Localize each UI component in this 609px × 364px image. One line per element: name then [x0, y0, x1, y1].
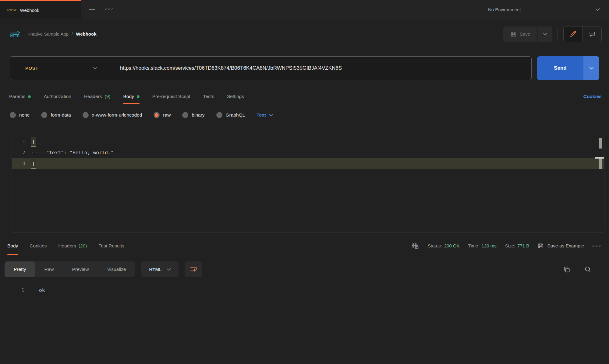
radio-icon	[83, 112, 89, 118]
send-button-group: Send	[537, 56, 599, 80]
response-content: ok	[24, 287, 45, 293]
tab-options-button[interactable]	[105, 9, 113, 10]
send-button[interactable]: Send	[537, 56, 583, 80]
save-button[interactable]: Save	[503, 26, 537, 42]
response-headers-count: (20)	[79, 243, 87, 249]
response-tab-body[interactable]: Body	[7, 234, 18, 257]
tab-actions	[81, 0, 477, 19]
body-type-raw[interactable]: raw	[154, 112, 171, 118]
view-visualize[interactable]: Visualize	[98, 261, 135, 277]
comments-button[interactable]	[582, 26, 601, 42]
scrollbar-thumb[interactable]	[599, 159, 602, 169]
breadcrumb-collection[interactable]: Knative Sample App	[27, 31, 69, 37]
request-tab-bar: POST Webhook No Environment	[0, 0, 609, 19]
response-tabs: Body Cookies Headers (20) Test Results	[7, 234, 124, 257]
edit-comment-group	[563, 26, 602, 42]
response-options-button[interactable]	[593, 245, 600, 247]
cookies-link[interactable]: Cookies	[583, 94, 602, 99]
response-line-number: 1	[0, 287, 24, 293]
add-tab-button[interactable]	[88, 6, 96, 13]
body-type-binary[interactable]: binary	[182, 112, 204, 118]
chevron-down-icon	[543, 33, 547, 35]
response-tab-cookies[interactable]: Cookies	[30, 234, 47, 257]
tab-pre-request-script[interactable]: Pre-request Script	[152, 87, 190, 106]
chevron-down-icon	[596, 8, 600, 11]
request-body-editor[interactable]: 1 { 2 ····"text": "Hello, world." 3 }	[12, 136, 604, 233]
divider	[558, 28, 558, 40]
body-type-form-data[interactable]: form-data	[41, 112, 71, 118]
request-tabs: Params Authorization Headers (9) Body Pr…	[0, 87, 609, 106]
radio-icon	[41, 112, 47, 118]
copy-response-button[interactable]	[563, 266, 571, 273]
overview-ruler-mark	[599, 138, 602, 149]
response-tab-headers[interactable]: Headers (20)	[58, 234, 87, 257]
green-dot-icon	[137, 95, 140, 98]
body-type-graphql[interactable]: GraphQL	[216, 112, 245, 118]
body-type-row: none form-data x-www-form-urlencoded raw…	[0, 106, 609, 124]
chevron-down-icon	[590, 67, 593, 69]
http-protocol-icon: HTTP	[9, 30, 21, 37]
headers-count: (9)	[104, 94, 110, 99]
size-badge[interactable]: Size: 771 B	[505, 243, 529, 248]
method-label: POST	[25, 65, 38, 71]
response-view-switch: Pretty Raw Preview Visualize	[5, 261, 135, 277]
request-tab-webhook[interactable]: POST Webhook	[0, 0, 81, 19]
view-pretty[interactable]: Pretty	[5, 261, 35, 277]
status-badge[interactable]: Status: 200 OK	[428, 243, 460, 248]
wrap-text-icon	[189, 266, 197, 273]
tab-authorization[interactable]: Authorization	[44, 87, 71, 106]
request-header-actions: Save	[503, 26, 602, 42]
search-response-button[interactable]	[584, 266, 592, 273]
editor-line-2: 2 ····"text": "Hello, world."	[12, 147, 604, 158]
breadcrumb-request-name[interactable]: Webhook	[76, 31, 96, 37]
response-format-selector[interactable]: HTML	[141, 261, 179, 277]
response-meta: Status: 200 OK Time: 120 ms Size: 771 B …	[411, 242, 600, 250]
response-pane: Body Cookies Headers (20) Test Results S…	[0, 234, 609, 293]
tab-title: Webhook	[20, 8, 39, 13]
edit-request-button[interactable]	[564, 26, 582, 42]
environment-selector[interactable]: No Environment	[477, 0, 609, 19]
bracket-highlight: }	[31, 159, 36, 169]
tab-method-badge: POST	[7, 8, 17, 12]
more-options-icon	[105, 9, 113, 10]
tab-tests[interactable]: Tests	[203, 87, 214, 106]
radio-icon	[182, 112, 188, 118]
response-body[interactable]: 1 ok	[0, 281, 609, 293]
send-options-button[interactable]	[583, 56, 599, 80]
editor-line-3: 3 }	[12, 158, 604, 169]
comment-icon	[589, 31, 596, 37]
network-globe-lock-icon[interactable]	[411, 242, 419, 250]
raw-language-selector[interactable]: Text	[257, 112, 273, 118]
green-dot-icon	[28, 95, 31, 98]
save-as-example-button[interactable]: Save as Example	[538, 243, 584, 249]
url-bar: POST https://hooks.slack.com/services/T0…	[10, 56, 532, 80]
chevron-down-icon	[93, 67, 97, 69]
plus-icon	[88, 6, 96, 13]
search-icon	[584, 266, 592, 273]
response-toolbar-right	[563, 266, 604, 273]
view-preview[interactable]: Preview	[63, 261, 98, 277]
more-options-icon	[593, 245, 600, 247]
response-tab-test-results[interactable]: Test Results	[99, 234, 124, 257]
copy-icon	[563, 266, 571, 273]
request-header-row: HTTP Knative Sample App / Webhook Save	[0, 19, 609, 49]
tab-body[interactable]: Body	[123, 87, 139, 106]
tab-params[interactable]: Params	[9, 87, 31, 106]
tab-settings[interactable]: Settings	[227, 87, 244, 106]
save-options-button[interactable]	[538, 26, 552, 42]
tab-headers[interactable]: Headers (9)	[84, 87, 111, 106]
line-number: 3	[12, 158, 25, 169]
body-type-none[interactable]: none	[10, 112, 30, 118]
view-raw[interactable]: Raw	[35, 261, 63, 277]
wrap-text-button[interactable]	[185, 261, 202, 277]
body-type-x-www-form-urlencoded[interactable]: x-www-form-urlencoded	[83, 112, 142, 118]
floppy-icon	[511, 31, 517, 37]
method-selector[interactable]: POST	[10, 57, 110, 80]
bracket-highlight: {	[31, 137, 36, 147]
environment-label: No Environment	[488, 7, 521, 12]
chevron-down-icon	[269, 114, 273, 116]
radio-icon	[10, 112, 16, 118]
response-header: Body Cookies Headers (20) Test Results S…	[0, 234, 609, 257]
url-input[interactable]: https://hooks.slack.com/services/T06TD83…	[110, 65, 531, 71]
time-badge[interactable]: Time: 120 ms	[468, 243, 497, 248]
